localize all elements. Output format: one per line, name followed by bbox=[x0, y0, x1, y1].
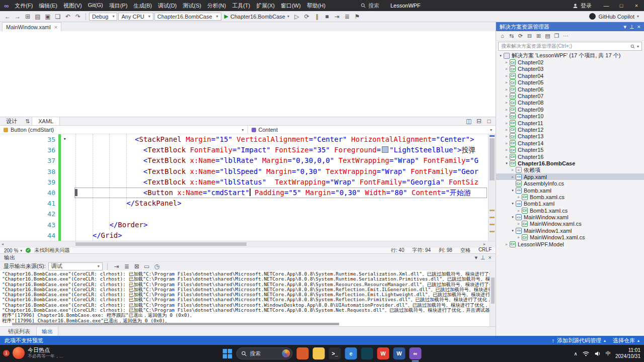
menu-item[interactable]: 生成(B) bbox=[130, 1, 155, 11]
clock[interactable]: 11:01 2024/10/31 bbox=[615, 347, 640, 359]
expander-icon[interactable]: ▹ bbox=[504, 74, 509, 78]
code-line[interactable]: 41 </StackPanel> bbox=[0, 198, 496, 209]
debug-config-dropdown[interactable]: Debug▾ bbox=[89, 13, 117, 21]
close-tab-icon[interactable]: × bbox=[54, 24, 57, 30]
expander-icon[interactable]: ▹ bbox=[504, 87, 509, 92]
expander-icon[interactable]: ▹ bbox=[510, 175, 515, 179]
tree-item-bomb1.xaml[interactable]: ▾<>Bomb1.xaml bbox=[496, 201, 644, 207]
tree-item-chapter03[interactable]: ▹C#Chapter03 bbox=[496, 66, 644, 72]
start-debugging-button[interactable]: ▶ Chapter16.BombCase ▾ bbox=[222, 13, 291, 20]
tree-item-chapter12[interactable]: ▹C#Chapter12 bbox=[496, 126, 644, 133]
wifi-icon[interactable] bbox=[582, 351, 590, 356]
expander-icon[interactable]: ▹ bbox=[504, 242, 509, 246]
expander-icon[interactable]: ▹ bbox=[504, 128, 509, 132]
word-wrap-icon[interactable]: ▭ bbox=[142, 263, 151, 270]
expander-icon[interactable]: ▹ bbox=[504, 94, 509, 98]
tree-item-chapter11[interactable]: ▹C#Chapter11 bbox=[496, 120, 644, 126]
document-health-label[interactable]: 未找到相关问题 bbox=[34, 247, 69, 254]
file-explorer-icon[interactable] bbox=[313, 347, 325, 359]
space-indicator[interactable]: 空格 bbox=[460, 247, 470, 254]
tree-item-lessonwpf.model[interactable]: ▹C#LessonWPF.Model bbox=[496, 241, 644, 247]
expander-icon[interactable]: ▾ bbox=[498, 54, 503, 58]
show-all-files-icon[interactable]: ⊞ bbox=[534, 33, 543, 39]
tree-item-app.xaml[interactable]: ▹<>App.xaml bbox=[496, 173, 644, 180]
tree-item-chapter07[interactable]: ▹C#Chapter07 bbox=[496, 93, 644, 99]
add-to-source-control-button[interactable]: ↑ 添加到源代码管理 ▴ bbox=[551, 337, 606, 344]
panel-tab-错误列表[interactable]: 错误列表 bbox=[3, 327, 35, 336]
scroll-left-icon[interactable]: ◂ bbox=[2, 241, 4, 247]
edge-browser-icon[interactable]: e bbox=[345, 347, 357, 359]
expander-icon[interactable]: ▹ bbox=[516, 195, 521, 199]
expander-icon[interactable]: ▾ bbox=[510, 215, 515, 219]
expander-icon[interactable]: ▹ bbox=[504, 60, 509, 64]
minimize-button[interactable]: — bbox=[599, 0, 614, 11]
expander-icon[interactable]: ▹ bbox=[516, 222, 521, 226]
tree-item--lessonwpf-17-17-[interactable]: ▾解决方案 'LessonWPF' (17 个项目, 共 17 个) bbox=[496, 52, 644, 59]
expand-pane-icon[interactable]: □ bbox=[485, 118, 494, 125]
tree-item-bomb.xaml.cs[interactable]: ▹C#Bomb.xaml.cs bbox=[496, 194, 644, 200]
properties-icon[interactable]: ❐ bbox=[552, 33, 561, 39]
tree-item-chapter06[interactable]: ▹C#Chapter06 bbox=[496, 86, 644, 93]
tree-item-assemblyinfo.cs[interactable]: C#AssemblyInfo.cs bbox=[496, 180, 644, 187]
redo-icon[interactable]: ↷ bbox=[73, 13, 83, 20]
tree-item-chapter14[interactable]: ▹C#Chapter14 bbox=[496, 140, 644, 146]
code-line[interactable]: 36 <TextBlock FontFamily="Impact" FontSi… bbox=[0, 145, 496, 155]
expander-icon[interactable]: ▹ bbox=[504, 108, 509, 112]
stop-icon[interactable]: ■ bbox=[323, 13, 332, 20]
outline-icon[interactable]: ≣ bbox=[343, 13, 352, 20]
sync-with-active-document-icon[interactable]: ⇆ bbox=[507, 33, 516, 39]
sign-in-button[interactable]: 登录 bbox=[573, 2, 592, 10]
expander-icon[interactable]: ▹ bbox=[504, 155, 509, 159]
window-position-icon[interactable]: ▾ bbox=[474, 254, 477, 261]
clear-all-icon[interactable]: ⊠ bbox=[132, 263, 141, 270]
expander-icon[interactable]: ▹ bbox=[504, 80, 509, 84]
menu-item[interactable]: 项目(P) bbox=[106, 1, 131, 11]
xaml-code-editor[interactable]: ▾ 35 <StackPanel Margin="15" VerticalAli… bbox=[0, 134, 496, 241]
nav-back-icon[interactable]: ← bbox=[3, 13, 12, 20]
code-line[interactable]: 35 <StackPanel Margin="15" VerticalAlign… bbox=[0, 134, 496, 145]
startup-project-dropdown[interactable]: Chapter16.BombCase▾ bbox=[154, 13, 221, 21]
breadcrumb-property-dropdown[interactable]: Content ▾ bbox=[248, 126, 496, 134]
expander-icon[interactable]: ▹ bbox=[504, 134, 509, 138]
tree-item-chapter02[interactable]: ▹C#Chapter02 bbox=[496, 59, 644, 65]
news-app-icon[interactable] bbox=[297, 347, 309, 359]
output-horizontal-scrollbar-thumb[interactable] bbox=[12, 323, 339, 325]
expander-icon[interactable]: ▹ bbox=[510, 168, 515, 172]
tree-item-bomb1.xaml.cs[interactable]: ▹C#Bomb1.xaml.cs bbox=[496, 207, 644, 214]
menu-item[interactable]: Git(G) bbox=[85, 1, 106, 11]
bookmark-icon[interactable]: ⚑ bbox=[353, 13, 362, 20]
tree-item-chapter13[interactable]: ▹C#Chapter13 bbox=[496, 133, 644, 140]
solution-search-input[interactable]: 搜索解决方案资源管理器(Ctrl+;) ▾ bbox=[498, 42, 642, 51]
close-button[interactable]: × bbox=[629, 0, 644, 11]
scroll-right-icon[interactable]: ▸ bbox=[484, 241, 486, 247]
tencent-app-icon[interactable] bbox=[361, 347, 373, 359]
home-icon[interactable]: ⌂ bbox=[498, 33, 507, 39]
code-line[interactable]: 38 <TextBlock x:Name="lblSpeed" Margin="… bbox=[0, 166, 496, 177]
open-file-icon[interactable]: ▤ bbox=[33, 13, 42, 20]
menu-item[interactable]: 扩展(X) bbox=[253, 1, 278, 11]
step-over-icon[interactable]: ⇥ bbox=[333, 13, 342, 20]
menu-item[interactable]: 调试(D) bbox=[155, 1, 180, 11]
eol-indicator[interactable]: CRLF bbox=[478, 247, 492, 254]
expander-icon[interactable]: ▹ bbox=[504, 67, 509, 71]
menu-item[interactable]: 测试(S) bbox=[180, 1, 204, 11]
expander-icon[interactable]: ▾ bbox=[510, 202, 515, 206]
color-swatch[interactable] bbox=[382, 146, 388, 153]
tree-item-bomb.xaml[interactable]: ▾<>Bomb.xaml bbox=[496, 187, 644, 194]
tree-item--[interactable]: ▹≡依赖项 bbox=[496, 167, 644, 173]
expander-icon[interactable]: ▾ bbox=[510, 189, 515, 193]
volume-icon[interactable] bbox=[594, 351, 601, 356]
expander-icon[interactable]: ▾ bbox=[504, 161, 509, 165]
nav-forward-icon[interactable]: → bbox=[13, 13, 22, 20]
visual-studio-icon[interactable]: ∞ bbox=[410, 347, 422, 359]
terminal-app-icon[interactable]: >_ bbox=[329, 347, 341, 359]
close-icon[interactable]: × bbox=[637, 24, 640, 30]
expander-icon[interactable]: ▹ bbox=[504, 141, 509, 145]
expander-icon[interactable]: ▹ bbox=[504, 114, 509, 118]
select-repository-button[interactable]: 选择仓库 ▴ bbox=[613, 337, 639, 344]
close-icon[interactable]: × bbox=[489, 254, 492, 261]
code-line[interactable]: 44 </Grid> bbox=[0, 230, 496, 241]
collapse-all-icon[interactable]: ▤ bbox=[543, 33, 552, 39]
expander-icon[interactable]: ▹ bbox=[516, 209, 521, 213]
menu-item[interactable]: 工具(T) bbox=[229, 1, 253, 11]
